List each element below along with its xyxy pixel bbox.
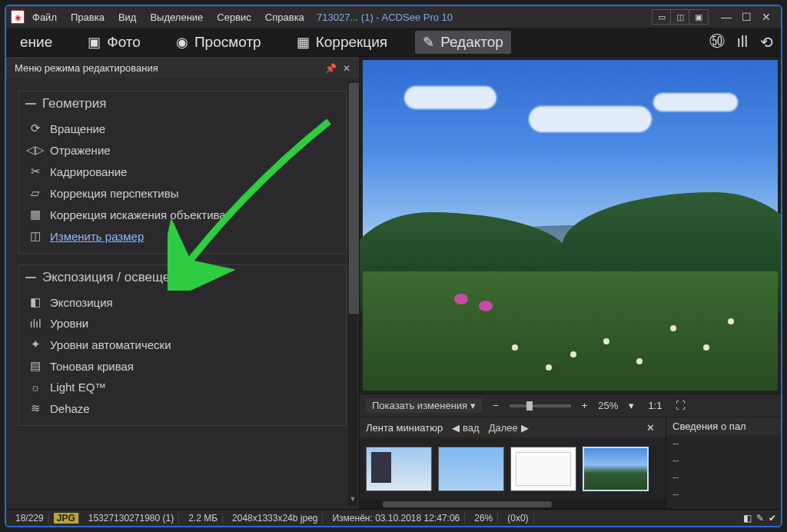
minimize-button[interactable]: — bbox=[716, 9, 736, 25]
zoom-dropdown-icon[interactable]: ▾ bbox=[626, 400, 637, 411]
info-row: -- bbox=[666, 452, 781, 469]
menu-tools[interactable]: Сервис bbox=[217, 12, 251, 23]
status-modified: Изменён: 03.10.2018 12:47:06 bbox=[327, 513, 465, 524]
group-geometry: Геометрия ⟳Вращение ◁▷Отражение ✂Кадриро… bbox=[18, 91, 347, 254]
group-geometry-header[interactable]: Геометрия bbox=[19, 91, 346, 118]
thumbnail[interactable] bbox=[510, 447, 576, 491]
resize-icon: ◫ bbox=[28, 229, 42, 243]
edit-status-icon[interactable]: ✎ bbox=[756, 513, 764, 524]
dashboard-icon[interactable]: ıll bbox=[737, 33, 748, 51]
panel-close-icon[interactable]: ✕ bbox=[343, 63, 350, 74]
sync-icon[interactable]: ⟲ bbox=[760, 33, 773, 52]
maximize-button[interactable]: ☐ bbox=[736, 9, 756, 25]
close-button[interactable]: ✕ bbox=[756, 9, 776, 25]
bottom-strips: Лента миниатюр ◀ вад Далее ▶ ✕ Сведения bbox=[360, 417, 781, 509]
show-changes-dropdown[interactable]: Показать изменения ▾ bbox=[366, 398, 482, 413]
zoom-in-button[interactable]: + bbox=[579, 400, 591, 411]
menu-select[interactable]: Выделение bbox=[150, 12, 203, 23]
info-row: -- bbox=[666, 469, 781, 486]
autolevels-icon: ✦ bbox=[28, 337, 42, 351]
thumbnail[interactable] bbox=[366, 447, 432, 491]
filmstrip-thumbs[interactable] bbox=[360, 437, 666, 500]
viewer-area: Показать изменения ▾ − + 25% ▾ 1:1 ⛶ Лен… bbox=[360, 57, 781, 509]
scrollbar-thumb[interactable] bbox=[383, 501, 552, 507]
tool-lighteq[interactable]: ☼Light EQ™ bbox=[19, 377, 346, 397]
menu-edit[interactable]: Правка bbox=[71, 12, 105, 23]
status-index: 18/229 bbox=[11, 513, 49, 524]
photo-icon: ▣ bbox=[88, 34, 101, 51]
aux-window-btn-1[interactable]: ▭ bbox=[653, 10, 671, 24]
zoom-slider[interactable] bbox=[510, 404, 571, 407]
status-dimensions: 2048x1333x24b jpeg bbox=[227, 513, 323, 524]
mode-develop[interactable]: ▦Коррекция bbox=[289, 31, 395, 54]
zoom-1to1-button[interactable]: 1:1 bbox=[645, 400, 665, 411]
filmstrip-title: Лента миниатюр bbox=[366, 422, 443, 434]
status-zoom: 26% bbox=[470, 513, 498, 524]
fit-button[interactable]: ⛶ bbox=[672, 400, 689, 411]
collapse-icon bbox=[25, 277, 36, 278]
status-filename: 15327130271980 (1) bbox=[84, 513, 179, 524]
info-row: -- bbox=[666, 486, 781, 503]
menu-help[interactable]: Справка bbox=[265, 12, 304, 23]
tool-lens[interactable]: ▦Коррекция искажения объектива bbox=[19, 204, 346, 225]
365-icon[interactable]: ㊿ bbox=[709, 33, 725, 51]
pin-icon[interactable]: 📌 bbox=[325, 63, 337, 74]
thumbnail-selected[interactable] bbox=[583, 447, 649, 491]
filmstrip-scrollbar[interactable] bbox=[360, 500, 666, 509]
scroll-down-icon[interactable]: ▼ bbox=[348, 495, 357, 506]
edit-panel-header: Меню режима редактирования 📌 ✕ bbox=[6, 57, 359, 78]
info-panel: Сведения о пал -- -- -- -- -- bbox=[666, 417, 781, 509]
scrollbar-thumb[interactable] bbox=[349, 83, 359, 314]
filmstrip-close-icon[interactable]: ✕ bbox=[646, 422, 655, 434]
tool-rotate[interactable]: ⟳Вращение bbox=[19, 118, 346, 139]
lens-distort-icon: ▦ bbox=[28, 208, 42, 221]
tag-icon[interactable]: ◧ bbox=[743, 513, 752, 524]
camera-icon: ◉ bbox=[15, 13, 22, 22]
tool-curves[interactable]: ▤Тоновая кривая bbox=[19, 355, 346, 377]
tool-resize[interactable]: ◫Изменить размер bbox=[19, 225, 346, 247]
mode-edit[interactable]: ✎Редактор bbox=[415, 31, 511, 54]
tool-perspective[interactable]: ▱Коррекция перспективы bbox=[19, 182, 346, 204]
window-title: 713027... (1) - ACDSee Pro 10 bbox=[317, 12, 453, 23]
main-area: Меню режима редактирования 📌 ✕ Геометрия… bbox=[6, 57, 781, 509]
perspective-icon: ▱ bbox=[28, 186, 42, 200]
eye-icon: ◉ bbox=[176, 34, 188, 51]
status-coords: (0x0) bbox=[503, 513, 533, 524]
zoom-out-button[interactable]: − bbox=[490, 400, 502, 411]
group-exposure-header[interactable]: Экспозиция / освещение bbox=[19, 265, 346, 291]
tool-flip[interactable]: ◁▷Отражение bbox=[19, 139, 346, 161]
mode-manage[interactable]: ение bbox=[12, 31, 60, 54]
viewer-toolbar: Показать изменения ▾ − + 25% ▾ 1:1 ⛶ bbox=[360, 394, 781, 417]
tool-autolevels[interactable]: ✦Уровни автоматически bbox=[19, 334, 346, 355]
zoom-percent: 25% bbox=[598, 400, 618, 411]
tool-dehaze[interactable]: ≋Dehaze bbox=[19, 397, 346, 419]
aux-window-btn-3[interactable]: ▣ bbox=[689, 10, 708, 24]
mode-view[interactable]: ◉Просмотр bbox=[168, 31, 269, 54]
app-logo: ◉ bbox=[11, 10, 25, 24]
slider-knob[interactable] bbox=[526, 401, 533, 411]
menu-view[interactable]: Вид bbox=[118, 12, 137, 23]
app-window: ◉ Файл Правка Вид Выделение Сервис Справ… bbox=[5, 5, 782, 527]
tool-exposure[interactable]: ◧Экспозиция bbox=[19, 291, 346, 313]
statusbar-icons: ◧ ✎ ✔ bbox=[743, 513, 776, 524]
collapse-icon bbox=[25, 103, 36, 105]
info-row: -- bbox=[666, 435, 781, 452]
info-panel-title: Сведения о пал bbox=[666, 417, 781, 435]
mode-photo[interactable]: ▣Фото bbox=[80, 31, 148, 54]
lighteq-icon: ☼ bbox=[28, 381, 42, 394]
filmstrip-back-button[interactable]: ◀ вад bbox=[452, 422, 480, 434]
tool-levels[interactable]: ılılУровни bbox=[19, 313, 346, 334]
sliders-icon: ▦ bbox=[297, 34, 310, 51]
image-viewport[interactable] bbox=[360, 57, 781, 394]
check-icon[interactable]: ✔ bbox=[769, 513, 776, 524]
tool-crop[interactable]: ✂Кадрирование bbox=[19, 161, 346, 182]
photo-canvas bbox=[363, 60, 778, 391]
menu-file[interactable]: Файл bbox=[32, 12, 57, 23]
thumbnail[interactable] bbox=[438, 447, 504, 491]
levels-icon: ılıl bbox=[28, 317, 42, 330]
panel-scrollbar[interactable]: ▼ bbox=[348, 81, 357, 506]
filmstrip-next-button[interactable]: Далее ▶ bbox=[489, 422, 529, 434]
edit-panel-body: Геометрия ⟳Вращение ◁▷Отражение ✂Кадриро… bbox=[6, 78, 359, 509]
filmstrip-panel: Лента миниатюр ◀ вад Далее ▶ ✕ bbox=[360, 417, 666, 509]
aux-window-btn-2[interactable]: ◫ bbox=[671, 10, 689, 24]
